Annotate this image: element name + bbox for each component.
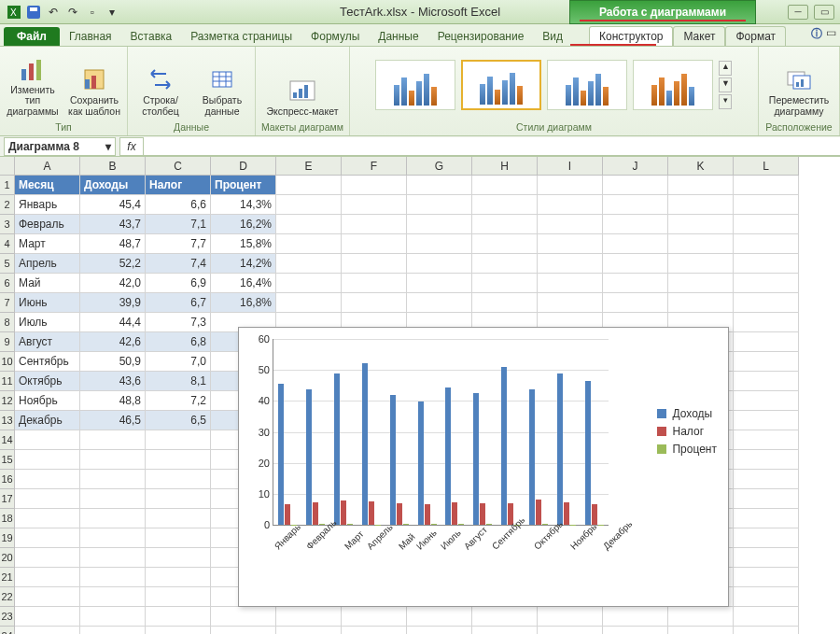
cell[interactable] <box>276 215 342 234</box>
cell[interactable] <box>276 176 342 195</box>
cell[interactable] <box>734 195 799 215</box>
cell[interactable]: 48,7 <box>80 234 146 254</box>
cell[interactable] <box>734 450 799 470</box>
save-as-template-button[interactable]: Сохранить как шаблон <box>67 52 121 118</box>
cell[interactable]: Ноябрь <box>15 391 80 411</box>
cell[interactable]: Декабрь <box>15 411 80 430</box>
row-header[interactable]: 11 <box>0 372 15 391</box>
cell[interactable]: 6,7 <box>146 293 211 313</box>
chart-bar[interactable] <box>585 381 591 525</box>
cell[interactable]: 7,3 <box>146 313 211 332</box>
embedded-chart[interactable]: 0102030405060 ЯнварьФевральМартАпрельМай… <box>238 327 729 607</box>
cell[interactable] <box>734 352 799 372</box>
cell[interactable] <box>734 528 799 548</box>
formula-bar-input[interactable] <box>144 137 840 156</box>
cell[interactable]: Октябрь <box>15 372 80 391</box>
cell[interactable] <box>538 195 603 215</box>
cell[interactable] <box>603 293 668 313</box>
chart-bar[interactable] <box>397 503 402 525</box>
cell[interactable] <box>342 195 407 215</box>
row-header[interactable]: 19 <box>0 528 15 548</box>
fx-icon[interactable]: fx <box>119 137 144 156</box>
cell[interactable] <box>668 254 734 274</box>
cell[interactable] <box>734 176 799 195</box>
cell[interactable] <box>407 254 472 274</box>
cell[interactable] <box>603 215 668 234</box>
cell[interactable] <box>15 528 80 548</box>
chart-style-1[interactable] <box>375 60 455 110</box>
tab-chart-layout[interactable]: Макет <box>673 26 725 46</box>
cell[interactable]: 43,6 <box>80 372 146 391</box>
cell[interactable]: Январь <box>15 195 80 215</box>
cell[interactable]: Август <box>15 332 80 352</box>
cell[interactable]: 6,6 <box>146 195 211 215</box>
cell[interactable] <box>668 627 734 634</box>
chart-style-2[interactable] <box>461 60 541 110</box>
chart-bar[interactable] <box>557 373 563 525</box>
cell[interactable] <box>734 254 799 274</box>
cell[interactable]: Февраль <box>15 215 80 234</box>
cell[interactable] <box>407 215 472 234</box>
chart-bar[interactable] <box>536 500 541 525</box>
row-header[interactable]: 22 <box>0 587 15 607</box>
cell[interactable] <box>668 607 734 627</box>
cell[interactable] <box>734 568 799 587</box>
cell[interactable] <box>407 195 472 215</box>
cell[interactable] <box>342 274 407 293</box>
cell[interactable] <box>472 274 538 293</box>
cell[interactable] <box>734 313 799 332</box>
cell[interactable] <box>407 176 472 195</box>
cell[interactable] <box>146 607 211 627</box>
column-header[interactable]: C <box>146 157 211 176</box>
column-header[interactable]: F <box>342 157 407 176</box>
cell[interactable] <box>342 607 407 627</box>
chart-bar[interactable] <box>486 524 492 525</box>
cell[interactable] <box>146 587 211 607</box>
row-header[interactable]: 13 <box>0 411 15 430</box>
chart-bar[interactable] <box>285 504 290 525</box>
cell[interactable] <box>342 215 407 234</box>
cell[interactable] <box>538 176 603 195</box>
move-chart-button[interactable]: Переместить диаграмму <box>764 52 833 118</box>
column-header[interactable]: E <box>276 157 342 176</box>
cell[interactable]: 43,7 <box>80 215 146 234</box>
cell[interactable]: Июнь <box>15 293 80 313</box>
chart-bar[interactable] <box>334 373 340 525</box>
cell[interactable]: Март <box>15 234 80 254</box>
chart-style-3[interactable] <box>547 60 627 110</box>
restore-button[interactable]: ▭ <box>814 5 834 20</box>
chart-bar[interactable] <box>418 402 424 525</box>
cell[interactable]: 45,4 <box>80 195 146 215</box>
quick-layout-button[interactable]: Экспресс-макет <box>264 52 341 118</box>
row-header[interactable]: 20 <box>0 548 15 568</box>
column-header[interactable]: D <box>211 157 276 176</box>
cell[interactable] <box>342 627 407 634</box>
cell[interactable] <box>80 607 146 627</box>
cell[interactable] <box>603 234 668 254</box>
worksheet-area[interactable]: ABCDEFGHIJKL 123456789101112131415161718… <box>0 157 840 634</box>
column-header[interactable]: G <box>407 157 472 176</box>
cell[interactable]: 16,4% <box>211 274 276 293</box>
cell[interactable]: Июль <box>15 313 80 332</box>
cell[interactable]: 15,8% <box>211 234 276 254</box>
cell[interactable]: 7,2 <box>146 391 211 411</box>
cell[interactable] <box>734 391 799 411</box>
row-header[interactable]: 15 <box>0 450 15 470</box>
chart-bar[interactable] <box>458 524 464 525</box>
chart-tools-tab[interactable]: Работа с диаграммами <box>569 0 756 24</box>
cell[interactable] <box>276 234 342 254</box>
cell[interactable]: Доходы <box>80 176 146 195</box>
cell[interactable]: Апрель <box>15 254 80 274</box>
cell[interactable] <box>734 372 799 391</box>
cell[interactable] <box>80 450 146 470</box>
cell[interactable]: 16,8% <box>211 293 276 313</box>
row-header[interactable]: 8 <box>0 313 15 332</box>
cell[interactable]: 6,9 <box>146 274 211 293</box>
cell[interactable]: 50,9 <box>80 352 146 372</box>
styles-scroll-down-icon[interactable]: ▼ <box>719 77 732 92</box>
cell[interactable] <box>603 627 668 634</box>
cell[interactable]: 6,5 <box>146 411 211 430</box>
row-header[interactable]: 21 <box>0 568 15 587</box>
cell[interactable] <box>734 332 799 352</box>
legend-item[interactable]: Налог <box>657 425 717 438</box>
